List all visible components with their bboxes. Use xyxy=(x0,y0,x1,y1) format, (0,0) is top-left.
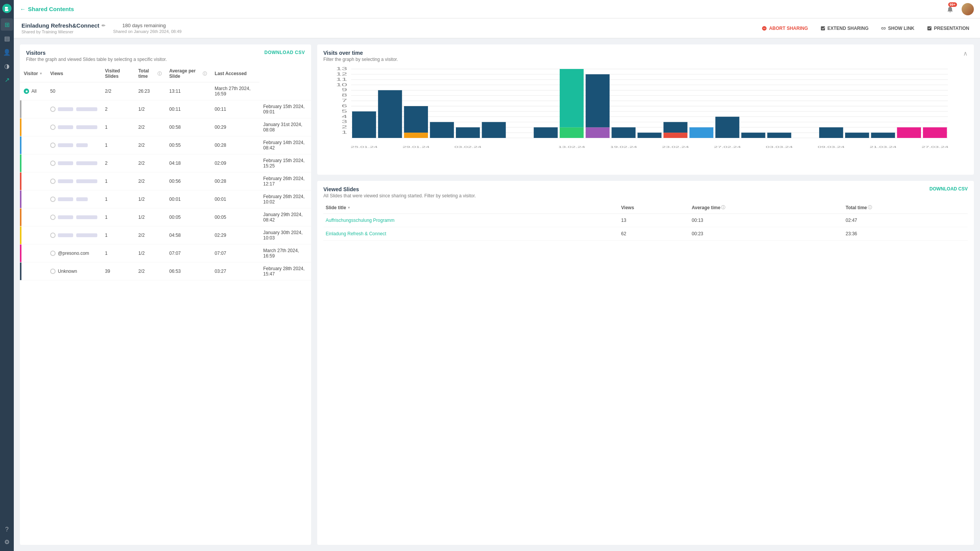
download-csv-button[interactable]: DOWNLOAD CSV xyxy=(264,50,305,55)
svg-rect-33 xyxy=(430,122,454,138)
visitor-radio[interactable] xyxy=(50,269,56,274)
subheader: Einladung Refresh&Connect ✏ Shared by Tr… xyxy=(14,18,980,38)
visitor-name-blurred xyxy=(58,233,97,237)
extend-sharing-label: EXTEND SHARING xyxy=(828,26,869,31)
sidebar-item-home[interactable]: ⊞ xyxy=(1,18,13,31)
abort-sharing-button[interactable]: ABORT SHARING xyxy=(759,24,811,33)
visitor-radio[interactable] xyxy=(50,107,56,112)
visitor-radio[interactable] xyxy=(50,125,56,130)
visitor-radio-cell[interactable] xyxy=(46,208,101,226)
table-row[interactable]: 12/200:5500:28February 14th 2024, 08:42 xyxy=(20,136,311,154)
viewed-slides-card: Viewed Slides All Slides that were viewe… xyxy=(317,181,974,545)
table-row[interactable]: All502/226:2313:11March 27th 2024, 16:59 xyxy=(20,82,311,100)
slide-row: Einladung Refresh & Connect6200:2323:36 xyxy=(323,227,968,241)
visitor-name-blurred xyxy=(58,107,97,111)
slide-avg-col-header: Average timeⓘ xyxy=(689,202,843,214)
visitor-avg-per-slide: 00:05 xyxy=(211,208,259,226)
show-link-button[interactable]: SHOW LINK xyxy=(878,24,918,33)
visitor-radio[interactable] xyxy=(50,161,56,166)
svg-text:13: 13 xyxy=(336,67,347,71)
svg-rect-38 xyxy=(560,127,584,138)
svg-rect-29 xyxy=(378,90,402,138)
svg-text:7: 7 xyxy=(342,98,347,103)
table-row[interactable]: 12/200:5800:29January 31st 2024, 08:08 xyxy=(20,118,311,136)
sidebar-item-slides[interactable]: ▤ xyxy=(1,32,13,44)
slide-title-link[interactable]: Einladung Refresh & Connect xyxy=(326,231,386,236)
svg-rect-39 xyxy=(560,69,584,127)
visitor-total-time: 07:07 xyxy=(166,244,211,262)
edit-title-icon[interactable]: ✏ xyxy=(102,23,105,28)
visitor-radio-cell[interactable]: Unknown xyxy=(46,262,101,280)
download-slides-csv-button[interactable]: DOWNLOAD CSV xyxy=(929,186,968,192)
svg-rect-37 xyxy=(534,127,558,138)
viewed-slides-table: Slide title▼ Views Average timeⓘ Total t… xyxy=(323,202,968,241)
user-avatar[interactable] xyxy=(962,3,974,15)
visitor-radio-cell[interactable] xyxy=(46,190,101,208)
table-row[interactable]: 12/200:5600:28February 26th 2024, 12:17 xyxy=(20,172,311,190)
table-row[interactable]: 11/200:0100:01February 26th 2024, 10:02 xyxy=(20,190,311,208)
visitor-radio-cell[interactable] xyxy=(46,226,101,244)
table-row[interactable]: 22/204:1802:09February 15th 2024, 15:25 xyxy=(20,154,311,172)
sidebar-item-settings[interactable]: ⚙ xyxy=(1,536,13,548)
visitor-visited-slides: 2/2 xyxy=(134,172,166,190)
extend-sharing-button[interactable]: EXTEND SHARING xyxy=(817,24,872,33)
topbar-right: 99+ xyxy=(945,3,974,15)
visitor-total-time: 00:58 xyxy=(166,118,211,136)
table-row[interactable]: 11/200:0500:05January 29th 2024, 08:42 xyxy=(20,208,311,226)
svg-rect-57 xyxy=(845,133,869,138)
visitor-col-header[interactable]: Visitor▼ xyxy=(20,65,46,82)
slide-title-col-header[interactable]: Slide title▼ xyxy=(323,202,619,214)
table-row[interactable]: Unknown392/206:5303:27February 28th 2024… xyxy=(20,262,311,280)
visitor-radio-cell[interactable] xyxy=(46,154,101,172)
visitor-name-blurred xyxy=(58,215,97,219)
visitor-radio-cell[interactable]: All xyxy=(20,82,46,100)
visitor-radio[interactable] xyxy=(50,143,56,148)
visitor-radio[interactable] xyxy=(50,215,56,220)
table-row[interactable]: 12/204:5802:29January 30th 2024, 10:03 xyxy=(20,226,311,244)
visitor-last-accessed: March 27th 2024, 16:59 xyxy=(211,82,259,100)
visitor-avg-per-slide: 03:27 xyxy=(211,262,259,280)
visitor-total-time: 26:23 xyxy=(134,82,166,100)
sidebar-item-help[interactable]: ? xyxy=(1,523,13,536)
slide-views-cell: 13 xyxy=(619,214,689,227)
visitor-radio[interactable] xyxy=(24,89,29,94)
presentation-button[interactable]: PRESENTATION xyxy=(924,24,972,33)
visitor-radio[interactable] xyxy=(50,233,56,238)
visitor-radio-cell[interactable] xyxy=(46,172,101,190)
visitor-visited-slides: 2/2 xyxy=(134,226,166,244)
slides-title-group: Viewed Slides All Slides that were viewe… xyxy=(323,186,476,198)
notification-button[interactable]: 99+ xyxy=(945,4,955,15)
svg-text:12: 12 xyxy=(336,72,347,76)
table-row[interactable]: @presono.com11/207:0707:07March 27th 202… xyxy=(20,244,311,262)
sidebar-item-sharing[interactable]: ↗ xyxy=(1,74,13,86)
visitor-radio-cell[interactable] xyxy=(46,136,101,154)
visitor-radio-cell[interactable] xyxy=(46,118,101,136)
chart-title: Visits over time xyxy=(323,50,398,56)
visitor-last-accessed: February 14th 2024, 08:42 xyxy=(259,136,311,154)
visitor-radio[interactable] xyxy=(50,251,56,256)
slide-title-cell[interactable]: Auffrischungsschulung Programm xyxy=(323,214,619,227)
sidebar-item-contacts[interactable]: 👤 xyxy=(1,46,13,58)
visitor-radio[interactable] xyxy=(50,197,56,202)
slide-title-cell[interactable]: Einladung Refresh & Connect xyxy=(323,227,619,241)
slide-views-col-header: Views xyxy=(619,202,689,214)
table-row[interactable]: 21/200:1100:11February 15th 2024, 09:01 xyxy=(20,100,311,118)
visitor-last-accessed: January 31st 2024, 08:08 xyxy=(259,118,311,136)
visitor-views: 50 xyxy=(46,82,101,100)
svg-rect-46 xyxy=(664,133,688,138)
slide-title-link[interactable]: Auffrischungsschulung Programm xyxy=(326,218,395,223)
collapse-chart-button[interactable]: ∧ xyxy=(963,50,968,57)
visitor-last-accessed: January 29th 2024, 08:42 xyxy=(259,208,311,226)
svg-text:19.02.24: 19.02.24 xyxy=(610,146,637,149)
svg-text:3: 3 xyxy=(342,120,347,124)
sidebar-item-analytics[interactable]: ◑ xyxy=(1,60,13,72)
visitor-total-time: 04:58 xyxy=(166,226,211,244)
chart-subtitle: Filter the graph by selecting a visitor. xyxy=(323,57,398,62)
visitor-visited-slides: 2/2 xyxy=(134,262,166,280)
visitor-radio-cell[interactable] xyxy=(46,100,101,118)
visitor-radio-cell[interactable]: @presono.com xyxy=(46,244,101,262)
app-logo[interactable] xyxy=(2,3,12,14)
svg-rect-27 xyxy=(352,112,376,138)
back-button[interactable]: ← Shared Contents xyxy=(20,6,74,12)
visitor-radio[interactable] xyxy=(50,179,56,184)
